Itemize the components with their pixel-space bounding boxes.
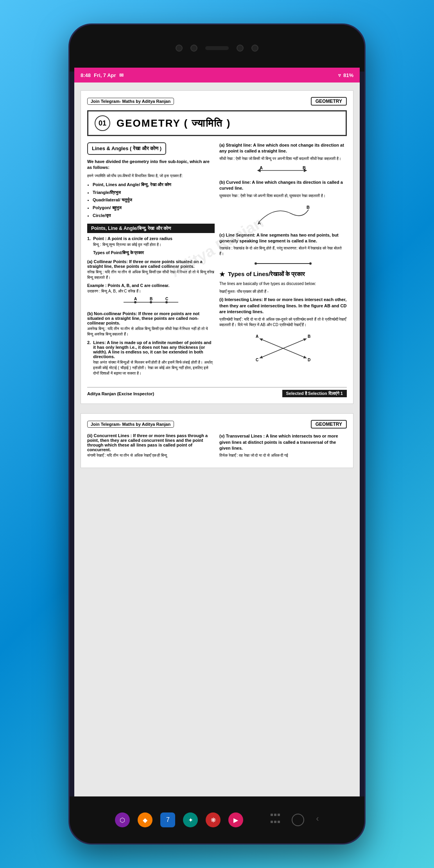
svg-text:B: B [303,165,306,170]
intersecting-diagram: C A B D [219,331,347,366]
phone-bottom: ⬡ ◆ 7 ✦ ❋ ▶ ‹ [70,796,364,843]
collinear-hindi: संरेख बिन्दु : यदि तीन या तीन से अधिक बि… [87,269,215,280]
recent-apps-icon[interactable] [271,814,280,826]
line-segment-title: (c) Line Segment: A line segments has tw… [219,232,347,244]
collinear-diagram: A B C [87,296,215,308]
point-item: 1. Point : A point is a circle of zero r… [87,236,215,256]
straight-line-diagram: A B [219,165,347,176]
title-section: 01 GEOMETRY ( ज्यामिति ) [87,110,347,136]
app-icons[interactable]: ⬡ ◆ 7 ✦ ❋ ▶ [115,812,243,827]
line-segment-hindi: रेखाखंड : रेखाखंड के दो अंत बिन्दु होते … [219,246,347,256]
footer-selection: Selected है Selection दिलाएंगे 1 [282,390,347,397]
wifi-icon: ▿ [338,72,341,78]
curved-line-hindi: घुमावदार रेखा : ऐसी रेखा जो अपनी दिशा बद… [219,193,347,199]
line-segment-svg [252,260,314,267]
svg-text:C: C [165,297,168,301]
phone-frame: 8:48 Fri, 7 Apr ✉ ▿ 81% Aditya Ranjan Jo… [68,23,366,845]
status-left: 8:48 Fri, 7 Apr ✉ [81,72,124,78]
content-area[interactable]: Aditya Ranjan Join Telegram- Maths by Ad… [74,82,360,800]
types-title: Types of Lines/रेखाओं के प्रकार [228,271,305,278]
line-segment-section: (c) Line Segment: A line segments has tw… [219,232,347,268]
svg-text:A: A [134,297,137,301]
right-column: (a) Straight line: A line which does not… [219,142,347,382]
svg-text:B: B [307,205,310,210]
intersecting-section: (i) Intersecting Lines: If two or more l… [219,297,347,366]
page-card-2: Join Telegram- Maths by Aditya Ranjan GE… [81,413,353,468]
camera-left [176,45,183,52]
lines-title: Lines: A line is made up of a infinite n… [93,340,215,359]
chapter-title: GEOMETRY ( ज्यामिति ) [117,117,231,129]
collinear-title: (a) Collinear Points: If three or more p… [87,259,215,269]
bullet-2: Triangle/त्रिभुज [93,189,215,197]
page-header-2: Join Telegram- Maths by Aditya Ranjan GE… [87,420,347,429]
nav-bar: ⬡ ◆ 7 ✦ ❋ ▶ ‹ [115,812,319,827]
concurrent-hindi: संगामी रेखाएँ : यदि तीन या तीन से अधिक र… [87,453,215,458]
section-box: Lines & Angles ( रेखा और कोण ) [87,142,166,155]
app-icon-6[interactable]: ▶ [228,812,243,827]
svg-text:A: A [258,221,261,225]
svg-point-1 [134,301,136,303]
bullet-3: Quadrilateral/ चतुर्भुज [93,196,215,204]
status-right: ▿ 81% [338,72,353,78]
curved-line-diagram: A B [219,202,347,229]
concurrent-title: (ii) Concurrent Lines : If three or more… [87,433,215,452]
svg-point-3 [165,301,168,303]
back-button[interactable]: ‹ [316,814,319,826]
svg-text:A: A [256,334,258,339]
types-of-lines-header: ★ Types of Lines/रेखाओं के प्रकार [219,271,347,278]
page-header-1: Join Telegram- Maths by Aditya Ranjan GE… [87,97,347,106]
intersecting-hindi: प्रतिच्छेदी रेखाएँ : यदि दो या दो से अधि… [219,317,347,328]
battery: 81% [343,72,353,78]
svg-text:B: B [308,334,310,339]
app-icon-5[interactable]: ❋ [206,812,221,827]
line-segment-diagram [219,260,347,267]
straight-line-svg: A B [252,165,314,176]
transversal-section: (v) Transversal Lines : A line which int… [219,433,347,458]
status-bar: 8:48 Fri, 7 Apr ✉ ▿ 81% [74,68,360,82]
page-footer-1: Aditya Ranjan (Excise Inspector) Selecte… [87,387,347,397]
curved-line-svg: A B [252,202,314,229]
non-collinear-title: (b) Non-collinear Points: If three or mo… [87,311,215,325]
non-collinear-section: (b) Non-collinear Points: If three or mo… [87,311,215,337]
bullet-4: Polygon/ बहुभुज [93,204,215,212]
app-icon-1[interactable]: ⬡ [115,812,130,827]
date: Fri, 7 Apr [94,72,116,78]
section-header-dark: Points, Line & Angle/बिन्दु, रेखा और कोण [87,224,215,233]
curved-line-title: (b) Curved line: A line which changes it… [219,179,347,192]
two-column-layout: Lines & Angles ( रेखा और कोण ) We have d… [87,142,347,382]
svg-text:A: A [260,165,263,170]
lines-item: 2. Lines: A line is made up of a infinit… [87,340,215,378]
transversal-hindi: तिर्यक रेखाएँ : वह रेखा जो दो या दो से अ… [219,453,347,458]
point-hindi: बिन्दु : बिन्दु शून्य त्रिज्या का कोई वृ… [93,242,172,247]
collinear-svg: A B C [120,296,182,308]
straight-line-hindi: सीधी रेखा : ऐसी रेखा जो किसी भी बिन्दु प… [219,156,347,161]
point-title: Point : A point is a circle of zero radi… [93,236,172,241]
types-hindi: रेखाएँ मूलतः पाँच प्रकार की होती हैं - [219,289,347,294]
page2-right: (v) Transversal Lines : A line which int… [219,433,347,461]
geometry-badge-1: GEOMETRY [311,97,347,106]
svg-text:D: D [308,358,310,362]
non-collinear-hindi: असंरेख बिन्दु : यदि तीन या तीन से अधिक ब… [87,326,215,337]
straight-line-title: (a) Straight line: A line which does not… [219,142,347,154]
phone-top [70,25,364,72]
intro-hindi: हमने ज्यामिति को पाँच उप-विषयों में विभा… [87,173,215,179]
intersecting-title: (i) Intersecting Lines: If two or more l… [219,297,347,315]
curved-line-section: (b) Curved line: A line which changes it… [219,179,347,229]
home-button[interactable] [292,814,304,826]
transversal-title: (v) Transversal Lines : A line which int… [219,433,347,451]
collinear-section: (a) Collinear Points: If three or more p… [87,259,215,308]
types-of-point: Types of Point/बिन्दु के प्रकार [93,250,172,256]
telegram-badge-1: Join Telegram- Maths by Aditya Ranjan [87,98,174,105]
app-icon-2[interactable]: ◆ [138,812,152,827]
concurrent-section: (ii) Concurrent Lines : If three or more… [87,433,215,458]
geometry-badge-2: GEOMETRY [311,420,347,429]
speaker [205,46,229,50]
example-hindi: उदाहरण : बिन्दु A, B, और C संरेख हैं। [87,289,215,294]
camera-right [237,45,244,52]
lines-hindi: रेखा अनंत संख्या में बिन्दुओं से मिलकर ब… [93,360,215,376]
app-icon-4[interactable]: ✦ [183,812,198,827]
email-icon: ✉ [119,72,124,78]
camera-far-right [251,45,258,52]
intersecting-svg: C A B D [252,331,314,366]
app-icon-3[interactable]: 7 [160,812,175,827]
